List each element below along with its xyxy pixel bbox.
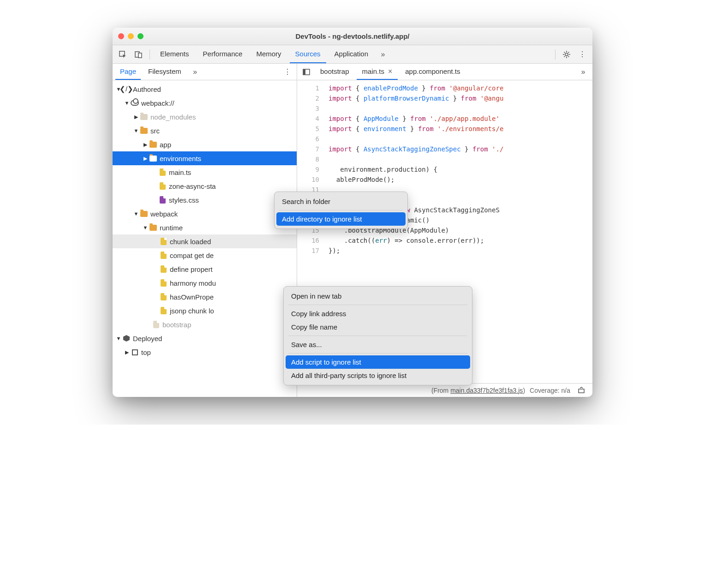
kebab-menu-icon[interactable]: ⋮	[576, 48, 589, 61]
tree-chunk-loaded[interactable]: chunk loaded	[113, 234, 297, 248]
folder-context-menu: Search in folder Add directory to ignore…	[274, 192, 408, 229]
tree-styles-css[interactable]: styles.css	[113, 193, 297, 207]
file-context-menu: Open in new tab Copy link address Copy f…	[283, 286, 472, 385]
filetab-app-component-ts[interactable]: app.component.ts	[400, 64, 466, 80]
menu-open-new-tab[interactable]: Open in new tab	[286, 289, 470, 303]
more-filetabs-icon[interactable]: »	[577, 66, 590, 78]
filetab-bootstrap[interactable]: bootstrap	[315, 64, 355, 80]
status-from-label: (From main.da33f7b2fe3f1fa3.js)	[431, 387, 525, 394]
file-icon	[158, 182, 167, 190]
folder-icon	[149, 225, 158, 231]
tree-compat-get[interactable]: compat get de	[113, 248, 297, 262]
menu-add-dir-ignore[interactable]: Add directory to ignore list	[276, 212, 406, 226]
toggle-drawer-icon[interactable]	[575, 384, 588, 397]
menu-copy-link[interactable]: Copy link address	[286, 307, 470, 320]
svg-point-3	[565, 53, 568, 56]
more-tabs-icon[interactable]: »	[376, 48, 389, 61]
tree-hasownproperty[interactable]: hasOwnPrope	[113, 290, 297, 304]
file-icon	[159, 279, 168, 287]
folder-icon	[149, 156, 158, 162]
tree-bootstrap[interactable]: bootstrap	[113, 318, 297, 331]
tree-zone-async[interactable]: zone-async-sta	[113, 179, 297, 193]
tree-jsonp-chunk[interactable]: jsonp chunk lo	[113, 304, 297, 318]
tree-src[interactable]: ▼src	[113, 124, 297, 138]
file-icon	[158, 168, 167, 176]
device-toggle-icon[interactable]	[132, 48, 145, 61]
inspect-element-icon[interactable]	[116, 48, 129, 61]
source-map-link[interactable]: main.da33f7b2fe3f1fa3.js	[450, 387, 523, 394]
file-tree: ▼❮/❯Authored ▼webpack:// ▶node_modules ▼…	[113, 80, 297, 397]
settings-icon[interactable]	[560, 48, 573, 61]
more-subtabs-icon[interactable]: »	[189, 66, 202, 78]
file-icon	[159, 307, 168, 314]
toggle-navigator-icon[interactable]	[300, 66, 313, 78]
tab-elements[interactable]: Elements	[155, 45, 195, 63]
menu-search-in-folder[interactable]: Search in folder	[276, 195, 406, 208]
tree-webpack-scheme[interactable]: ▼webpack://	[113, 96, 297, 110]
file-tabs: bootstrapmain.ts×app.component.ts »	[297, 64, 592, 80]
svg-rect-6	[579, 389, 584, 393]
tree-runtime[interactable]: ▼runtime	[113, 221, 297, 234]
code-icon: ❮/❯	[122, 85, 131, 93]
svg-rect-5	[303, 69, 305, 75]
filetab-main-ts[interactable]: main.ts×	[357, 64, 398, 80]
tree-environments[interactable]: ▶environments	[113, 151, 297, 165]
tree-main-ts[interactable]: main.ts	[113, 165, 297, 179]
tree-define-property[interactable]: define propert	[113, 262, 297, 276]
titlebar: DevTools - ng-devtools.netlify.app/	[113, 28, 592, 45]
file-icon	[159, 265, 168, 273]
navigator-tabs: PageFilesystem » ⋮	[113, 64, 297, 80]
svg-rect-2	[138, 53, 142, 58]
folder-icon	[139, 211, 149, 217]
menu-save-as[interactable]: Save as...	[286, 338, 470, 351]
folder-icon	[139, 128, 149, 134]
devtools-window: DevTools - ng-devtools.netlify.app/ Elem…	[113, 28, 592, 397]
navigator-panel: PageFilesystem » ⋮ ▼❮/❯Authored ▼webpack…	[113, 64, 297, 397]
tree-top[interactable]: ▶top	[113, 345, 297, 359]
folder-icon	[139, 114, 149, 120]
navigator-kebab-icon[interactable]: ⋮	[281, 66, 294, 78]
separator	[149, 49, 150, 60]
tab-application[interactable]: Application	[329, 45, 374, 63]
menu-copy-name[interactable]: Copy file name	[286, 320, 470, 334]
devtools-tabs: ElementsPerformanceMemorySourcesApplicat…	[113, 45, 592, 64]
file-icon	[158, 196, 167, 204]
tree-app[interactable]: ▶app	[113, 138, 297, 151]
file-icon	[159, 252, 168, 259]
close-tab-icon[interactable]: ×	[388, 67, 392, 76]
tree-group-authored[interactable]: ▼❮/❯Authored	[113, 82, 297, 96]
menu-add-script-ignore[interactable]: Add script to ignore list	[286, 355, 470, 369]
folder-icon	[149, 142, 158, 148]
menu-add-third-party-ignore[interactable]: Add all third-party scripts to ignore li…	[286, 369, 470, 382]
separator	[555, 49, 556, 60]
subtab-page[interactable]: Page	[115, 64, 141, 80]
tab-performance[interactable]: Performance	[197, 45, 248, 63]
cloud-icon	[130, 100, 139, 106]
tab-sources[interactable]: Sources	[290, 45, 326, 63]
subtab-filesystem[interactable]: Filesystem	[143, 64, 186, 80]
window-title: DevTools - ng-devtools.netlify.app/	[113, 32, 592, 40]
file-icon	[159, 238, 168, 245]
file-icon	[151, 321, 161, 328]
tree-harmony-module[interactable]: harmony modu	[113, 276, 297, 290]
cube-icon	[122, 335, 131, 342]
file-icon	[159, 293, 168, 300]
tree-group-deployed[interactable]: ▼Deployed	[113, 331, 297, 345]
tree-webpack[interactable]: ▼webpack	[113, 207, 297, 221]
tree-node-modules[interactable]: ▶node_modules	[113, 110, 297, 124]
frame-icon	[130, 349, 139, 355]
tab-memory[interactable]: Memory	[251, 45, 287, 63]
coverage-label: Coverage: n/a	[530, 387, 570, 394]
